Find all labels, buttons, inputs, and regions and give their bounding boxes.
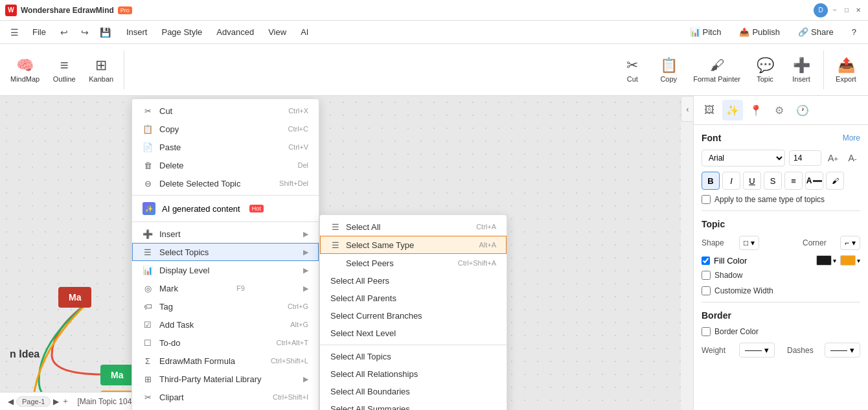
publish-icon: 📤 (739, 27, 749, 37)
highlight-icon: 🖌 (832, 177, 839, 185)
panel-toggle-button[interactable]: ‹ (681, 96, 694, 122)
customize-width-checkbox[interactable] (702, 286, 711, 295)
ctx-select-topics[interactable]: ☰ Select Topics ▶ (132, 243, 319, 261)
underline-button[interactable]: U (743, 172, 761, 190)
menu-view[interactable]: View (262, 25, 293, 40)
save-icon[interactable]: 💾 (97, 23, 115, 41)
panel-divider-2 (702, 302, 860, 302)
font-family-select[interactable]: Arial (702, 150, 785, 166)
apply-same-type-label: Apply to the same type of topics (714, 195, 825, 204)
toolbar-format-painter[interactable]: 🖌 Format Painter (688, 54, 746, 85)
shadow-checkbox[interactable] (702, 271, 711, 280)
apply-same-type-checkbox[interactable] (702, 195, 711, 204)
dashes-picker[interactable]: —— ▾ (825, 343, 860, 358)
font-shrink-button[interactable]: A- (845, 150, 860, 166)
publish-button[interactable]: 📤 Publish (733, 25, 786, 40)
pitch-button[interactable]: 📊 Pitch (683, 25, 728, 40)
right-tab-settings[interactable]: ⚙ (769, 100, 790, 120)
ctx-picture[interactable]: 🖼 Picture Ctrl+Shift+P (132, 406, 319, 410)
page-indicator[interactable]: ◀ Page-1 ▶ ＋ (8, 396, 69, 407)
ctx-cut[interactable]: ✂ Cut Ctrl+X (132, 102, 319, 120)
font-size-input[interactable] (789, 150, 821, 166)
export-icon: 📤 (838, 57, 855, 74)
ctx-copy[interactable]: 📋 Copy Ctrl+C (132, 120, 319, 138)
redo-button[interactable]: ↪ (76, 23, 94, 41)
main-node[interactable]: Ma (58, 287, 91, 308)
ctx-delete[interactable]: 🗑 Delete Del (132, 156, 319, 174)
toolbar-mindmap[interactable]: 🧠 MindMap (5, 54, 45, 85)
right-tab-image[interactable]: 🖼 (699, 100, 720, 120)
ctx-delete-selected[interactable]: ⊖ Delete Selected Topic Shift+Del (132, 174, 319, 192)
toolbar-cut[interactable]: ✂ Cut (615, 54, 649, 85)
page-add[interactable]: ＋ (62, 396, 69, 407)
align-button[interactable]: ≡ (784, 172, 803, 190)
font-color-button[interactable]: A (805, 172, 823, 190)
ctx-insert[interactable]: ➕ Insert ▶ (132, 225, 319, 243)
ctx-mark[interactable]: ◎ Mark F9 ▶ (132, 279, 319, 297)
minimize-button[interactable]: − (830, 6, 839, 15)
help-button[interactable]: ? (845, 25, 863, 40)
ctx-todo-label: To-do (159, 338, 181, 348)
sidebar-toggle-icon[interactable]: ☰ (5, 23, 23, 41)
font-more-button[interactable]: More (843, 133, 860, 142)
highlight-color-button[interactable]: 🖌 (826, 172, 844, 190)
toolbar-export[interactable]: 📤 Export (829, 54, 863, 85)
canvas-area[interactable]: Ma n Idea Ma Ma e ✂ Cut Ctrl+X 📋 Copy (0, 96, 681, 410)
font-grow-button[interactable]: A+ (825, 150, 841, 166)
file-menu[interactable]: File (26, 25, 52, 40)
ctx-paste[interactable]: 📄 Paste Ctrl+V (132, 138, 319, 156)
ctx-ai-item[interactable]: ✨ AI generated content Hot (132, 198, 319, 219)
menu-insert[interactable]: Insert (120, 25, 154, 40)
pitch-icon: 📊 (690, 27, 700, 37)
submenu-select-all-topics[interactable]: Select All Topics (320, 348, 507, 365)
toolbar-copy[interactable]: 📋 Copy (652, 54, 685, 85)
menu-advanced[interactable]: Advanced (210, 25, 260, 40)
submenu-select-current-branches[interactable]: Select Current Branches (320, 307, 507, 325)
menu-ai[interactable]: AI (294, 25, 315, 40)
maximize-button[interactable]: □ (842, 6, 851, 15)
submenu-select-same-type[interactable]: ☰ Select Same Type Alt+A (320, 236, 507, 254)
submenu-select-all-boundaries[interactable]: Select All Boundaries (320, 383, 507, 400)
strikethrough-button[interactable]: S (764, 172, 782, 190)
ctx-mark-shortcut: F9 (236, 284, 245, 292)
toolbar-topic[interactable]: 💬 Topic (748, 54, 782, 85)
submenu-select-all-peers[interactable]: Select All Peers (320, 272, 507, 290)
menu-page-style[interactable]: Page Style (155, 25, 209, 40)
right-tab-sparkle[interactable]: ✨ (722, 100, 743, 120)
undo-button[interactable]: ↩ (55, 23, 73, 41)
close-button[interactable]: ✕ (854, 6, 863, 15)
submenu-select-next-level[interactable]: Select Next Level (320, 325, 507, 342)
ctx-add-task[interactable]: ☑ Add Task Alt+G (132, 315, 319, 334)
fill-color-checkbox[interactable] (702, 256, 710, 265)
ctx-tag[interactable]: 🏷 Tag Ctrl+G (132, 297, 319, 315)
ctx-todo[interactable]: ☐ To-do Ctrl+Alt+T (132, 334, 319, 352)
ctx-edrawmath[interactable]: Σ EdrawMath Formula Ctrl+Shift+L (132, 352, 319, 370)
ctx-sep-1 (132, 195, 319, 196)
italic-button[interactable]: I (722, 172, 740, 190)
bold-button[interactable]: B (702, 172, 720, 190)
ctx-third-party[interactable]: ⊞ Third-Party Material Library ▶ (132, 370, 319, 388)
ctx-clipart[interactable]: ✂ Clipart Ctrl+Shift+I (132, 388, 319, 406)
toolbar-insert[interactable]: ➕ Insert (784, 54, 818, 85)
submenu-select-all-relationships[interactable]: Select All Relationships (320, 365, 507, 383)
submenu-select-all-summaries[interactable]: Select All Summaries (320, 400, 507, 410)
right-tab-location[interactable]: 📍 (746, 100, 766, 120)
weight-picker[interactable]: —— ▾ (739, 343, 775, 358)
right-tab-history[interactable]: 🕐 (792, 100, 813, 120)
topic-icon: 💬 (757, 57, 774, 74)
shape-picker[interactable]: □ ▾ (739, 236, 759, 250)
corner-picker[interactable]: ⌐ ▾ (840, 236, 860, 250)
fill-color-swatch-group[interactable]: ▾ (816, 255, 836, 266)
border-color-checkbox[interactable] (702, 327, 711, 336)
ctx-display-level[interactable]: 📊 Display Level ▶ (132, 261, 319, 279)
fill-color-orange-group[interactable]: ▾ (840, 255, 860, 266)
submenu-select-peers[interactable]: Select Peers Ctrl+Shift+A (320, 254, 507, 272)
submenu-select-all[interactable]: ☰ Select All Ctrl+A (320, 218, 507, 236)
toolbar-sep-2 (823, 51, 824, 89)
sub-node-1[interactable]: Ma (100, 365, 133, 385)
toolbar-outline[interactable]: ≡ Outline (47, 54, 81, 85)
user-avatar[interactable]: D (814, 3, 828, 17)
share-button[interactable]: 🔗 Share (792, 25, 840, 40)
toolbar-kanban[interactable]: ⊞ Kanban (84, 54, 119, 85)
submenu-select-all-parents[interactable]: Select All Parents (320, 290, 507, 307)
